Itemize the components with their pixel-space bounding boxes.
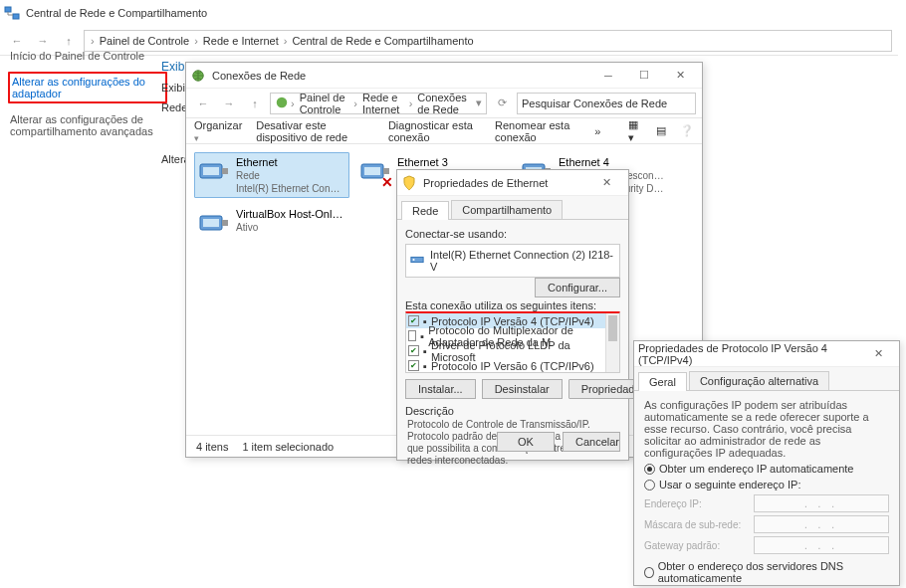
sharing-settings-link[interactable]: Alterar as configurações de compartilham…: [8, 111, 167, 139]
protocol-item[interactable]: ▪Protocolo IP Versão 6 (TCP/IPv6): [406, 358, 619, 373]
svg-rect-16: [203, 219, 219, 227]
cp-breadcrumb[interactable]: ›Painel de Controle ›Rede e Internet ›Ce…: [84, 30, 892, 52]
view-icon[interactable]: ▦ ▾: [628, 118, 642, 144]
ep-title: Propriedades de Ethernet: [423, 177, 548, 189]
nc-breadcrumb[interactable]: ›Painel de Controle ›Rede e Internet ›Co…: [270, 93, 487, 114]
subnet-input: . . .: [754, 515, 889, 533]
checkbox[interactable]: [408, 330, 416, 341]
tab-general[interactable]: Geral: [638, 372, 687, 391]
radio-manual-ip[interactable]: [644, 480, 655, 490]
install-button[interactable]: Instalar...: [405, 379, 476, 399]
nc-back-button[interactable]: ←: [192, 93, 214, 114]
cancel-button[interactable]: Cancelar: [563, 432, 620, 452]
gateway-input: . . .: [754, 536, 889, 554]
nc-title: Conexões de Rede: [212, 70, 306, 82]
tab-alternate[interactable]: Configuração alternativa: [689, 371, 829, 390]
network-icon: [4, 5, 20, 21]
preview-icon[interactable]: ▤: [656, 124, 666, 137]
diagnose-button[interactable]: Diagnosticar esta conexão: [388, 119, 481, 143]
configure-button[interactable]: Configurar...: [535, 278, 620, 297]
tab-sharing[interactable]: Compartilhamento: [451, 200, 563, 219]
shield-icon: [401, 175, 417, 191]
cp-home-link[interactable]: Início do Painel de Controle: [8, 48, 167, 64]
uninstall-button[interactable]: Desinstalar: [482, 379, 563, 399]
checkbox[interactable]: [408, 345, 419, 356]
item-count: 4 itens: [196, 441, 228, 453]
radio-auto-ip[interactable]: [644, 464, 655, 475]
svg-rect-0: [5, 7, 11, 12]
disconnected-icon: ✕: [381, 174, 393, 190]
globe-icon: [190, 68, 206, 84]
nc-up-button[interactable]: ↑: [244, 93, 266, 114]
svg-rect-19: [413, 259, 415, 261]
ok-button[interactable]: OK: [497, 432, 555, 452]
svg-rect-1: [13, 14, 19, 19]
rename-button[interactable]: Renomear esta conexão: [495, 119, 580, 143]
svg-rect-17: [222, 220, 228, 226]
globe-icon: [275, 96, 289, 111]
protocol-icon: ▪: [423, 345, 427, 357]
connect-using-label: Conectar-se usando:: [405, 228, 620, 240]
scrollbar[interactable]: [605, 313, 619, 372]
disable-device-button[interactable]: Desativar este dispositivo de rede: [256, 119, 374, 143]
cp-titlebar: Central de Rede e Compartilhamento: [0, 0, 898, 26]
ip-close-button[interactable]: ✕: [862, 342, 895, 366]
protocol-icon: ▪: [423, 360, 427, 372]
ip-address-input: . . .: [754, 494, 889, 512]
ip-intro: As configurações IP podem ser atribuídas…: [644, 399, 889, 459]
svg-point-5: [277, 97, 288, 107]
tab-network[interactable]: Rede: [401, 201, 449, 220]
ip-title: Propriedades de Protocolo IP Versão 4 (T…: [638, 342, 862, 366]
adapter-icon: [198, 156, 230, 188]
svg-rect-7: [203, 167, 219, 175]
more-button[interactable]: »: [594, 125, 600, 137]
organize-menu[interactable]: Organizar: [194, 119, 242, 143]
help-icon[interactable]: ❔: [680, 124, 694, 137]
adapter-virtualbox-host-only-network[interactable]: VirtualBox Host-Only NetworkAtivo: [194, 204, 349, 250]
adapter-icon: [198, 208, 230, 240]
radio-auto-dns[interactable]: [644, 567, 654, 578]
refresh-button[interactable]: ⟳: [491, 93, 513, 114]
selection-count: 1 item selecionado: [242, 441, 334, 453]
nc-forward-button[interactable]: →: [218, 93, 240, 114]
nc-toolbar: Organizar Desativar este dispositivo de …: [186, 118, 702, 144]
adapter-icon: ✕: [359, 156, 391, 188]
adapter-settings-link[interactable]: Alterar as configurações do adaptador: [8, 72, 167, 103]
nic-icon: [410, 253, 424, 269]
search-input[interactable]: Pesquisar Conexões de Rede: [517, 93, 696, 114]
items-label: Esta conexão utiliza os seguintes itens:: [405, 299, 620, 311]
protocol-list[interactable]: ▪Protocolo IP Versão 4 (TCP/IPv4)▪Protoc…: [405, 311, 620, 373]
protocol-item[interactable]: ▪Driver de Protocolo LLDP da Microsoft: [406, 343, 619, 358]
checkbox[interactable]: [408, 315, 419, 326]
nic-display: Intel(R) Ethernet Connection (2) I218-V: [405, 244, 620, 278]
ep-close-button[interactable]: ✕: [588, 171, 624, 195]
svg-rect-10: [364, 167, 380, 175]
cp-title: Central de Rede e Compartilhamento: [26, 7, 207, 19]
protocol-icon: ▪: [420, 330, 424, 342]
maximize-button[interactable]: ☐: [626, 64, 662, 88]
adapter-ethernet[interactable]: EthernetRedeIntel(R) Ethernet Connectio.…: [194, 152, 349, 198]
minimize-button[interactable]: ─: [590, 64, 626, 88]
svg-rect-8: [222, 168, 228, 174]
checkbox[interactable]: [408, 360, 419, 371]
close-button[interactable]: ✕: [662, 64, 698, 88]
protocol-icon: ▪: [423, 315, 427, 327]
